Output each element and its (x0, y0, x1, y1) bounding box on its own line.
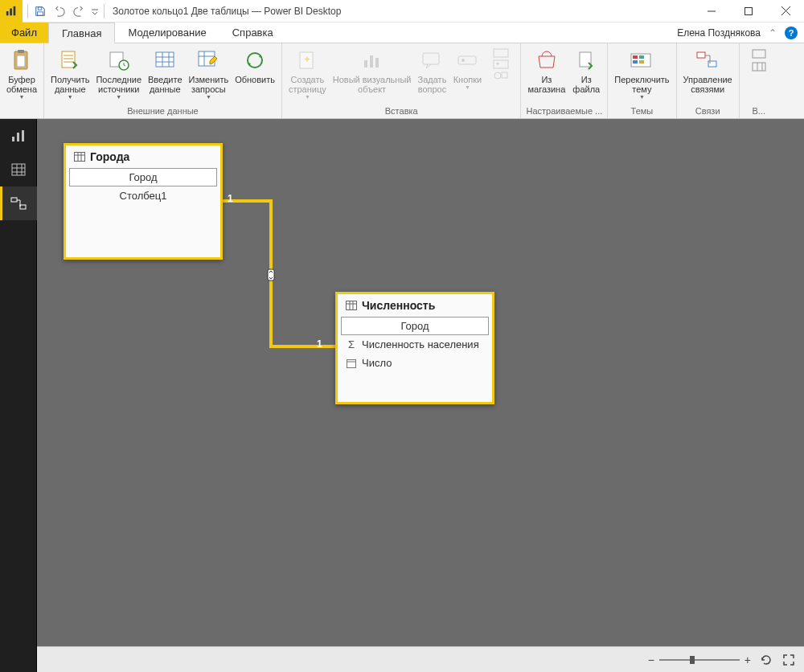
group-label (3, 104, 40, 118)
svg-rect-41 (12, 137, 14, 141)
table-name: Численность (362, 299, 435, 312)
group-label: В... (743, 104, 775, 118)
user-name[interactable]: Елена Позднякова (677, 27, 761, 39)
group-label: Связи (680, 104, 736, 118)
file-import-icon (573, 47, 599, 73)
quick-access-toolbar (23, 2, 109, 20)
group-relations: Управление связями Связи (677, 43, 740, 118)
table-card-goroda[interactable]: Города Город Столбец1 (64, 143, 223, 260)
svg-rect-40 (753, 63, 765, 71)
relations-icon (695, 47, 720, 73)
report-view-button[interactable] (0, 119, 37, 153)
svg-rect-30 (502, 72, 507, 78)
redo-icon[interactable] (70, 2, 88, 20)
svg-rect-49 (347, 301, 357, 310)
field-row[interactable]: ΣЧисленность населения (338, 335, 492, 354)
tab-help[interactable]: Справка (219, 23, 286, 43)
svg-point-29 (494, 72, 501, 79)
zoom-control[interactable]: − + (648, 654, 751, 666)
edit-queries-button[interactable]: Изменить запросы▼ (186, 45, 232, 104)
app-icon (0, 0, 23, 23)
recent-sources-button[interactable]: Последние источники▼ (92, 45, 145, 104)
group-themes: Переключить тему▼ Темы (608, 43, 676, 118)
svg-rect-2 (14, 6, 16, 14)
refresh-icon (242, 47, 268, 73)
user-area: Елена Позднякова ⌃ ? (677, 23, 804, 43)
tab-file[interactable]: Файл (0, 23, 48, 43)
svg-rect-12 (62, 51, 75, 68)
svg-rect-0 (6, 11, 9, 15)
model-canvas[interactable]: 1 1 Города Город Столбец1 Численность Го… (37, 119, 804, 646)
field-row[interactable]: Город (341, 317, 489, 335)
refresh-button[interactable]: Обновить (232, 45, 278, 104)
svg-rect-27 (494, 60, 508, 68)
svg-rect-42 (17, 133, 19, 141)
qat-divider2 (104, 4, 105, 18)
cardinality-right: 1 (317, 338, 322, 350)
paste-button[interactable]: Буфер обмена▼ (3, 45, 40, 104)
group-label: Настраиваемые ... (524, 104, 604, 118)
svg-rect-39 (753, 50, 765, 58)
svg-point-28 (497, 63, 499, 65)
svg-rect-46 (20, 205, 26, 209)
model-view-button[interactable] (0, 186, 37, 220)
clipboard-icon (9, 47, 35, 73)
svg-rect-47 (268, 269, 274, 281)
insert-extras (485, 45, 517, 104)
svg-rect-48 (75, 153, 85, 162)
from-store-button[interactable]: Из магазина (524, 45, 568, 104)
svg-rect-36 (639, 60, 644, 64)
fit-to-screen-icon[interactable] (781, 653, 796, 667)
group-external-data: Получить данные▼ Последние источники▼ Вв… (44, 43, 282, 118)
close-button[interactable] (767, 0, 804, 23)
save-icon[interactable] (31, 2, 49, 20)
maximize-button[interactable] (730, 0, 767, 23)
ribbon: Буфер обмена▼ Получить данные▼ Последние… (0, 43, 804, 119)
group-clipboard: Буфер обмена▼ (0, 43, 44, 118)
tab-home[interactable]: Главная (48, 23, 115, 43)
store-icon (534, 47, 560, 73)
zoom-in-icon[interactable]: + (745, 654, 751, 666)
help-icon[interactable]: ? (785, 27, 798, 39)
from-file-button[interactable]: Из файла (568, 45, 604, 104)
group-label: Темы (611, 104, 672, 118)
theme-icon (629, 47, 654, 73)
svg-point-17 (248, 53, 262, 68)
svg-rect-37 (697, 52, 705, 58)
reset-zoom-icon[interactable] (759, 653, 773, 667)
sigma-icon: Σ (346, 339, 357, 350)
group-custom-visuals: Из магазина Из файла Настраиваемые ... (521, 43, 608, 118)
view-switcher (0, 119, 37, 672)
field-row[interactable]: Столбец1 (66, 186, 220, 205)
table-name: Города (90, 150, 129, 163)
calc-button[interactable] (743, 45, 775, 104)
svg-rect-35 (633, 60, 638, 64)
manage-relations-button[interactable]: Управление связями (680, 45, 736, 104)
table-header[interactable]: Города (66, 145, 220, 168)
tab-modeling[interactable]: Моделирование (115, 23, 219, 43)
svg-rect-4 (38, 11, 43, 14)
undo-icon[interactable] (51, 2, 68, 20)
table-card-chislennost[interactable]: Численность Город ΣЧисленность населения… (335, 292, 494, 404)
minimize-button[interactable] (693, 0, 730, 23)
qat-customize-icon[interactable] (89, 2, 100, 20)
zoom-out-icon[interactable]: − (648, 654, 654, 666)
enter-data-button[interactable]: Введите данные (145, 45, 186, 104)
zoom-slider[interactable] (659, 659, 740, 661)
field-row[interactable]: Город (69, 168, 217, 186)
svg-rect-20 (364, 60, 367, 68)
qat-divider (27, 4, 28, 18)
svg-rect-1 (10, 8, 12, 15)
table-header[interactable]: Численность (338, 294, 492, 317)
table-icon (346, 301, 357, 310)
ribbon-collapse-icon[interactable]: ⌃ (769, 27, 777, 39)
svg-rect-11 (17, 55, 25, 67)
question-icon (419, 47, 445, 73)
svg-rect-50 (347, 359, 356, 367)
field-row[interactable]: Число (338, 354, 492, 372)
measure-icon (746, 47, 772, 60)
edit-queries-icon (195, 47, 221, 73)
get-data-button[interactable]: Получить данные▼ (47, 45, 92, 104)
switch-theme-button[interactable]: Переключить тему▼ (611, 45, 672, 104)
data-view-button[interactable] (0, 153, 37, 186)
